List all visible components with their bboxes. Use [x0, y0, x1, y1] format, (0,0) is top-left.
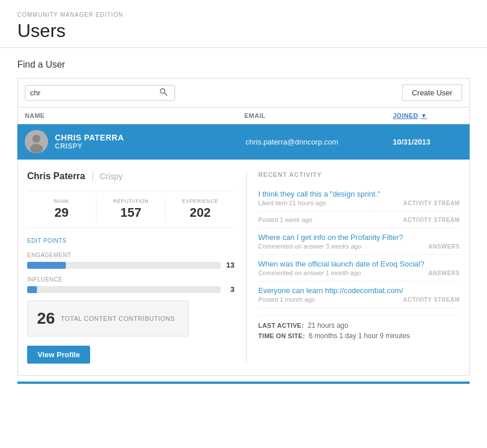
column-email: EMAIL — [244, 112, 393, 119]
activity-item-1: Posted 1 week ago ACTIVITY STREAM — [258, 212, 460, 228]
column-name: NAME — [25, 112, 244, 119]
search-bar: Create User — [17, 78, 470, 108]
engagement-bar-fill — [27, 262, 66, 269]
user-detail-panel: Chris Paterra Crispy RANK 29 REPUTATION … — [17, 160, 470, 376]
avatar-placeholder — [25, 130, 48, 153]
time-on-site-value: 6 months 1 day 1 hour 9 minutes — [309, 332, 410, 340]
activity-title-2[interactable]: Where can I get info on the Profanity Fi… — [258, 233, 460, 242]
activity-time-1: Posted 1 week ago — [258, 216, 313, 223]
edition-label: COMMUNITY MANAGER EDITION — [17, 12, 470, 18]
last-active-section: LAST ACTIVE: 21 hours ago TIME ON SITE: … — [258, 315, 460, 340]
activity-meta-3: Commented on answer 1 month ago ANSWERS — [258, 269, 460, 276]
rank-value: 29 — [32, 205, 91, 220]
search-input[interactable] — [30, 88, 157, 97]
svg-line-1 — [165, 93, 167, 95]
activity-type-2: ANSWERS — [428, 243, 460, 250]
svg-point-3 — [32, 135, 40, 143]
time-on-site-label: TIME ON SITE: — [258, 332, 305, 339]
recent-activity-title: RECENT ACTIVITY — [258, 171, 460, 178]
last-active-row: LAST ACTIVE: 21 hours ago — [258, 321, 460, 329]
bottom-bar — [17, 382, 470, 384]
reputation-value: 157 — [101, 205, 161, 220]
activity-type-3: ANSWERS — [428, 270, 460, 276]
activity-title-0[interactable]: I think they call this a "design sprint.… — [258, 190, 460, 198]
search-button[interactable] — [157, 88, 168, 98]
page-title: Users — [17, 20, 470, 42]
stat-experience: EXPERIENCE 202 — [166, 196, 235, 223]
search-input-wrap — [25, 85, 175, 101]
activity-time-3: Commented on answer 1 month ago — [258, 269, 361, 276]
svg-point-4 — [30, 144, 43, 153]
activity-title-3[interactable]: When was the official launch date of Evo… — [258, 260, 460, 268]
detail-full-name: Chris Paterra — [27, 171, 85, 182]
edit-points-link[interactable]: EDIT POINTS — [27, 238, 66, 244]
activity-title-4[interactable]: Everyone can learn http://codecombat.com… — [258, 286, 460, 295]
reputation-label: REPUTATION — [101, 198, 161, 204]
activity-time-4: Posted 1 month ago — [258, 296, 315, 303]
stat-rank: RANK 29 — [27, 196, 96, 223]
user-full-name: Chris Paterra — [55, 133, 246, 142]
engagement-bar-row: 13 — [27, 261, 235, 269]
influence-value: 3 — [225, 285, 235, 294]
influence-bar-bg — [27, 286, 221, 293]
user-joined-date: 10/31/2013 — [393, 138, 462, 146]
activity-type-1: ACTIVITY STREAM — [403, 217, 460, 223]
contrib-label: TOTAL CONTENT CONTRIBUTIONS — [61, 314, 175, 323]
experience-value: 202 — [170, 205, 230, 220]
activity-meta-2: Commented on answer 3 weeks ago ANSWERS — [258, 243, 460, 250]
influence-bar-row: 3 — [27, 285, 235, 294]
contributions-box: 26 TOTAL CONTENT CONTRIBUTIONS — [27, 301, 189, 336]
user-right-panel: RECENT ACTIVITY I think they call this a… — [247, 171, 460, 364]
user-name-display: Chris Paterra Crispy — [27, 171, 235, 182]
sort-icon: ▼ — [421, 112, 427, 119]
activity-time-0: Liked item 21 hours ago — [258, 199, 326, 206]
influence-label: INFLUENCE — [27, 276, 235, 283]
avatar — [25, 130, 48, 153]
activity-item-0: I think they call this a "design sprint.… — [258, 185, 460, 212]
activity-type-0: ACTIVITY STREAM — [403, 200, 460, 206]
column-joined[interactable]: JOINED ▼ — [393, 112, 462, 119]
influence-bar-fill — [27, 286, 37, 293]
activity-meta-0: Liked item 21 hours ago ACTIVITY STREAM — [258, 199, 460, 206]
user-email: chris.paterra@dnncorp.com — [246, 138, 393, 146]
user-left-panel: Chris Paterra Crispy RANK 29 REPUTATION … — [27, 171, 247, 364]
engagement-label: ENGAGEMENT — [27, 252, 235, 258]
find-user-heading: Find a User — [17, 60, 470, 70]
experience-label: EXPERIENCE — [170, 198, 230, 204]
rank-label: RANK — [32, 198, 91, 204]
view-profile-button[interactable]: View Profile — [27, 346, 90, 364]
activity-item-2: Where can I get info on the Profanity Fi… — [258, 228, 460, 255]
activity-item-3: When was the official launch date of Evo… — [258, 255, 460, 282]
contrib-number: 26 — [37, 309, 55, 328]
time-on-site-row: TIME ON SITE: 6 months 1 day 1 hour 9 mi… — [258, 332, 460, 340]
search-icon — [159, 88, 168, 96]
engagement-value: 13 — [225, 261, 235, 269]
stats-row: RANK 29 REPUTATION 157 EXPERIENCE 202 — [27, 191, 235, 228]
activity-meta-1: Posted 1 week ago ACTIVITY STREAM — [258, 216, 460, 223]
user-row[interactable]: Chris Paterra Crispy chris.paterra@dnnco… — [17, 124, 470, 160]
engagement-bar-bg — [27, 262, 221, 269]
activity-item-4: Everyone can learn http://codecombat.com… — [258, 282, 460, 308]
user-username: Crispy — [55, 142, 246, 150]
create-user-button[interactable]: Create User — [402, 84, 462, 101]
activity-time-2: Commented on answer 3 weeks ago — [258, 243, 362, 250]
activity-type-4: ACTIVITY STREAM — [403, 297, 460, 303]
last-active-label: LAST ACTIVE: — [258, 322, 304, 329]
stat-reputation: REPUTATION 157 — [96, 196, 166, 223]
table-header: NAME EMAIL JOINED ▼ — [17, 108, 470, 124]
last-active-value: 21 hours ago — [308, 321, 348, 329]
activity-meta-4: Posted 1 month ago ACTIVITY STREAM — [258, 296, 460, 303]
avatar-image — [25, 130, 48, 153]
detail-username: Crispy — [92, 172, 123, 181]
